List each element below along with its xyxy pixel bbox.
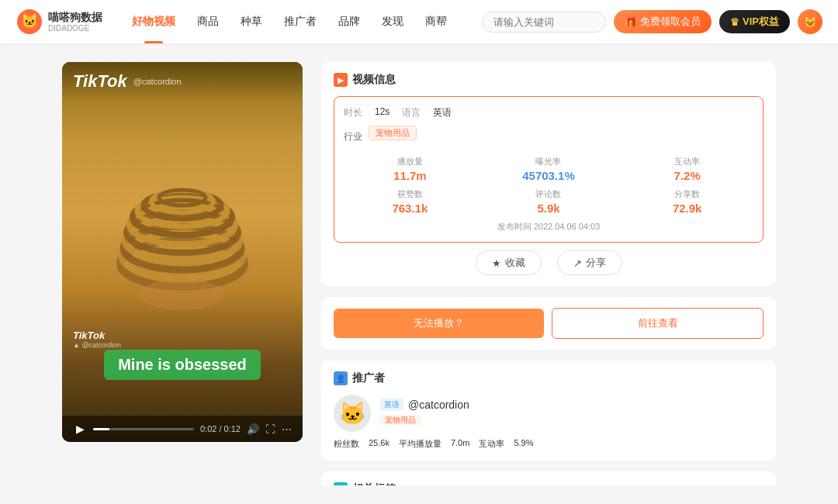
nav-item-brand[interactable]: 品牌 (327, 0, 371, 43)
free-member-button[interactable]: 🎁 免费领取会员 (614, 10, 712, 33)
video-background: TikTok @catcordion (62, 62, 303, 442)
video-panel: TikTok @catcordion (62, 62, 303, 485)
tiktok-overlay: TikTok ▲ @catcordion (73, 330, 121, 349)
action-buttons: ★ 收藏 ↗ 分享 (334, 250, 764, 275)
video-subtitle-area: Mine is obsessed (62, 350, 303, 380)
followers-label: 粉丝数 (334, 438, 359, 450)
tiktok-logo-video: TikTok (73, 71, 127, 91)
stat-comments: 评论数 5.9k (483, 188, 615, 215)
stat-likes: 获赞数 763.1k (344, 188, 476, 215)
slinky-svg (105, 174, 260, 330)
progress-fill (93, 428, 109, 430)
svg-point-13 (140, 279, 225, 310)
publish-time: 发布时间 2022.04.06 04:03 (344, 221, 753, 233)
nav-item-discover[interactable]: 发现 (371, 0, 414, 43)
language-value: 英语 (433, 106, 452, 119)
fullscreen-icon[interactable]: ⛶ (265, 423, 275, 435)
vip-button[interactable]: ♛ VIP权益 (719, 10, 790, 33)
promoter-badge-row: 英语 @catcordion (380, 399, 764, 411)
promoter-stats: 粉丝数 25.6k 平均播放量 7.0m 互动率 5.9% (334, 438, 764, 450)
engagement-value: 5.9% (514, 438, 533, 450)
video-info-box: 时长 12s 语言 英语 行业 宠物用品 播放量 11.7m 曝光率 (334, 96, 764, 243)
promoter-avatar[interactable]: 🐱 (334, 395, 371, 432)
star-icon: ★ (492, 257, 501, 269)
tags-section: 🏷 相关标签 CA cats 宠物用品 63.6b 5.1m 4.4k (321, 471, 776, 485)
cannot-play-button[interactable]: 无法播放？ (334, 309, 544, 338)
video-channel-handle: @catcordion (133, 77, 182, 86)
logo-icon: 🐱 (16, 8, 43, 36)
stat-plays: 播放量 11.7m (344, 156, 476, 182)
nav-item-merchants[interactable]: 商帮 (414, 0, 458, 43)
duration-language-row: 时长 12s 语言 英语 (344, 106, 753, 119)
tags-title: 🏷 相关标签 (334, 482, 764, 485)
video-info-section: ▶ 视频信息 时长 12s 语言 英语 行业 宠物用品 播放量 11.7 (321, 62, 776, 286)
promoter-section: 👤 推广者 🐱 英语 @catcordion 宠物用品 (321, 361, 776, 461)
logo[interactable]: 🐱 喵嗒狗数据 DIDADOGE (16, 8, 102, 36)
product-visual (105, 174, 260, 330)
video-container: TikTok @catcordion (62, 62, 303, 442)
promoter-row: 🐱 英语 @catcordion 宠物用品 (334, 395, 764, 432)
stat-exposure: 曝光率 45703.1% (483, 156, 615, 182)
duration-value: 12s (375, 106, 390, 119)
avg-play-label: 平均播放量 (399, 438, 442, 450)
search-input[interactable] (482, 12, 606, 33)
volume-icon[interactable]: 🔊 (247, 423, 259, 435)
nav-item-promoter[interactable]: 推广者 (273, 0, 327, 43)
nav-item-videos[interactable]: 好物视频 (121, 0, 186, 43)
goto-watch-button[interactable]: 前往查看 (552, 308, 764, 339)
nav-item-products[interactable]: 商品 (186, 0, 230, 43)
play-button[interactable]: ▶ (73, 422, 87, 436)
followers-value: 25.6k (369, 438, 390, 450)
cannot-play-section: 无法播放？ 前往查看 (321, 297, 776, 350)
more-icon[interactable]: ⋯ (282, 423, 292, 435)
cat-avatar-emoji: 🐱 (339, 401, 366, 426)
video-subtitle-text: Mine is obsessed (104, 350, 261, 380)
promoter-industry-badge: 宠物用品 (380, 415, 421, 425)
industry-tag: 宠物用品 (369, 126, 417, 140)
promoter-title: 👤 推广者 (334, 371, 764, 385)
gift-icon: 🎁 (625, 16, 637, 28)
share-button[interactable]: ↗ 分享 (557, 250, 622, 275)
industry-row: 行业 宠物用品 (344, 126, 753, 148)
duration-label: 时长 (344, 106, 362, 119)
tag-section-icon: 🏷 (334, 482, 348, 485)
svg-text:🐱: 🐱 (21, 12, 39, 29)
main-content: TikTok @catcordion (0, 43, 838, 504)
main-nav: 好物视频 商品 种草 推广者 品牌 发现 商帮 (121, 0, 482, 43)
progress-bar[interactable] (93, 428, 194, 430)
stat-engagement: 互动率 7.2% (621, 156, 753, 182)
language-label: 语言 (402, 106, 421, 119)
logo-text: 喵嗒狗数据 (48, 11, 102, 24)
avg-play-value: 7.0m (451, 438, 469, 450)
video-time: 0:02 / 0:12 (200, 424, 241, 433)
header-right: 🎁 免费领取会员 ♛ VIP权益 🐱 (482, 9, 822, 34)
engagement-label: 互动率 (479, 438, 504, 450)
logo-subtext: DIDADOGE (48, 24, 102, 33)
info-panel: ▶ 视频信息 时长 12s 语言 英语 行业 宠物用品 播放量 11.7 (321, 62, 776, 485)
video-section-icon: ▶ (334, 73, 348, 87)
collect-button[interactable]: ★ 收藏 (476, 250, 542, 275)
stat-shares: 分享数 72.9k (621, 188, 753, 215)
promoter-info: 英语 @catcordion 宠物用品 (380, 399, 764, 429)
stats-grid: 播放量 11.7m 曝光率 45703.1% 互动率 7.2% 获赞数 763.… (344, 156, 753, 215)
user-avatar[interactable]: 🐱 (798, 9, 822, 34)
video-top-bar: TikTok @catcordion (62, 62, 303, 101)
promoter-section-icon: 👤 (334, 371, 348, 385)
share-icon: ↗ (573, 257, 582, 269)
promoter-handle: @catcordion (408, 399, 469, 411)
language-badge: 英语 (380, 399, 403, 411)
nav-item-grass[interactable]: 种草 (230, 0, 273, 43)
video-info-title: ▶ 视频信息 (334, 73, 764, 87)
video-controls: ▶ 0:02 / 0:12 🔊 ⛶ ⋯ (62, 416, 303, 442)
crown-icon: ♛ (730, 16, 739, 28)
header: 🐱 喵嗒狗数据 DIDADOGE 好物视频 商品 种草 推广者 品牌 发现 商帮 (0, 0, 838, 43)
